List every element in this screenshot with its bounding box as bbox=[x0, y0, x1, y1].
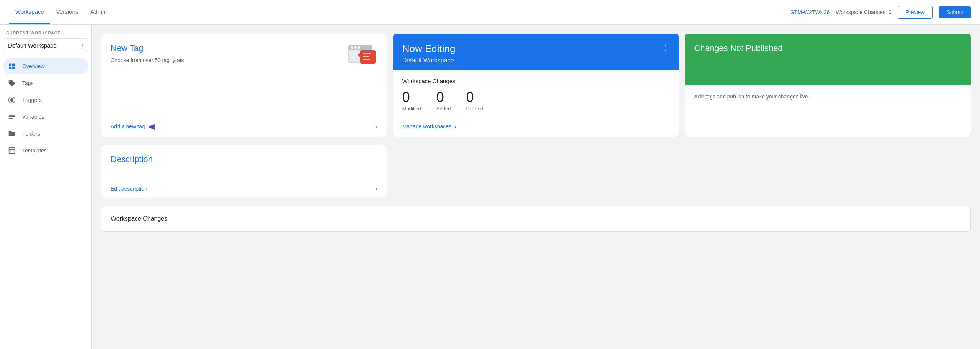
sidebar: CURRENT WORKSPACE Default Workspace › Ov… bbox=[0, 25, 92, 349]
sidebar-overview-label: Overview bbox=[22, 63, 44, 69]
added-label: Added bbox=[436, 106, 451, 111]
new-tag-card: New Tag Choose from over 50 tag types bbox=[101, 34, 387, 137]
sidebar-triggers-label: Triggers bbox=[22, 97, 42, 103]
tag-icon bbox=[8, 79, 16, 87]
svg-rect-17 bbox=[363, 53, 371, 54]
submit-button[interactable]: Submit bbox=[939, 6, 971, 18]
svg-rect-7 bbox=[9, 116, 15, 117]
new-tag-card-title: New Tag bbox=[111, 43, 184, 53]
workspace-selector-name: Default Workspace bbox=[8, 42, 56, 49]
manage-workspaces-label: Manage workspaces bbox=[402, 123, 451, 129]
sidebar-item-tags[interactable]: Tags bbox=[3, 75, 88, 91]
add-new-tag-link[interactable]: Add a new tag ◀ bbox=[111, 121, 155, 131]
add-new-tag-label: Add a new tag bbox=[111, 123, 145, 129]
now-editing-card-bottom: Workspace Changes 0 Modified 0 Added 0 D bbox=[393, 70, 679, 137]
not-published-card: Changes Not Published Add tags and publi… bbox=[685, 34, 971, 137]
overview-icon bbox=[8, 62, 16, 70]
empty-spacer bbox=[393, 145, 971, 198]
svg-rect-1 bbox=[12, 64, 15, 66]
workspace-selector[interactable]: Default Workspace › bbox=[3, 38, 88, 52]
now-editing-card: Now Editing Default Workspace ⋮ Workspac… bbox=[393, 34, 679, 137]
workspace-changes-section-title: Workspace Changes bbox=[111, 215, 961, 222]
tag-card-icon bbox=[347, 43, 377, 66]
workspace-changes-count: Workspace Changes: 0 bbox=[836, 9, 891, 15]
new-tag-card-footer: Add a new tag ◀ › bbox=[101, 116, 387, 137]
not-published-title: Changes Not Published bbox=[694, 43, 962, 54]
manage-workspaces-arrow-icon: › bbox=[454, 123, 456, 129]
modified-stat: 0 Modified bbox=[402, 90, 421, 111]
folder-icon bbox=[8, 129, 16, 138]
not-published-body: Add tags and publish to make your change… bbox=[694, 92, 962, 101]
gtm-id: GTM-W2TWK36 bbox=[790, 9, 830, 15]
manage-workspaces-link[interactable]: Manage workspaces › bbox=[402, 118, 670, 129]
deleted-label: Deleted bbox=[466, 106, 483, 111]
description-card-top: Description bbox=[101, 145, 387, 180]
description-arrow-icon: › bbox=[375, 185, 377, 192]
deleted-stat: 0 Deleted bbox=[466, 90, 483, 111]
svg-rect-8 bbox=[9, 118, 13, 119]
now-editing-subtitle: Default Workspace bbox=[402, 57, 456, 64]
variable-icon bbox=[8, 113, 16, 121]
svg-rect-9 bbox=[9, 148, 15, 154]
description-card-footer: Edit description › bbox=[101, 180, 387, 198]
nav-tab-admin[interactable]: Admin bbox=[84, 0, 113, 24]
new-tag-arrow-icon: › bbox=[375, 123, 377, 130]
not-published-bottom: Add tags and publish to make your change… bbox=[685, 85, 971, 137]
workspace-changes-section: Workspace Changes bbox=[101, 206, 971, 232]
now-editing-card-text: Now Editing Default Workspace bbox=[402, 43, 456, 64]
sidebar-item-folders[interactable]: Folders bbox=[3, 126, 88, 142]
cards-row: New Tag Choose from over 50 tag types bbox=[101, 34, 971, 137]
svg-point-14 bbox=[358, 46, 360, 49]
nav-tab-workspace[interactable]: Workspace bbox=[9, 0, 50, 24]
now-editing-title: Now Editing bbox=[402, 43, 456, 55]
svg-rect-6 bbox=[9, 115, 15, 116]
new-tag-card-content: New Tag Choose from over 50 tag types bbox=[111, 43, 184, 64]
deleted-count: 0 bbox=[466, 90, 474, 104]
nav-tab-versions[interactable]: Versions bbox=[50, 0, 85, 24]
nav-tabs: Workspace Versions Admin bbox=[9, 0, 113, 24]
now-editing-card-header: Now Editing Default Workspace ⋮ bbox=[393, 34, 679, 70]
sidebar-item-overview[interactable]: Overview bbox=[3, 58, 88, 74]
sidebar-variables-label: Variables bbox=[22, 114, 44, 120]
new-tag-card-top: New Tag Choose from over 50 tag types bbox=[101, 34, 387, 72]
sidebar-nav: Overview Tags Triggers bbox=[0, 57, 91, 160]
top-nav-right: GTM-W2TWK36 Workspace Changes: 0 Preview… bbox=[790, 6, 971, 19]
sidebar-folders-label: Folders bbox=[22, 131, 40, 137]
second-cards-row: Description Edit description › bbox=[101, 145, 971, 198]
edit-description-label: Edit description bbox=[111, 186, 147, 192]
changes-stats: 0 Modified 0 Added 0 Deleted bbox=[402, 90, 670, 111]
purple-arrow-icon: ◀ bbox=[148, 121, 155, 131]
not-published-header: Changes Not Published bbox=[685, 34, 971, 85]
trigger-icon bbox=[8, 96, 16, 104]
modified-count: 0 bbox=[402, 90, 410, 104]
svg-point-13 bbox=[354, 46, 357, 49]
sidebar-tags-label: Tags bbox=[22, 80, 34, 86]
description-title: Description bbox=[111, 154, 377, 164]
sidebar-item-variables[interactable]: Variables bbox=[3, 109, 88, 125]
template-icon bbox=[8, 146, 16, 155]
workspace-selector-arrow-icon: › bbox=[82, 42, 83, 49]
svg-rect-3 bbox=[12, 67, 15, 69]
svg-rect-0 bbox=[9, 64, 12, 66]
preview-button[interactable]: Preview bbox=[898, 6, 933, 19]
app-body: CURRENT WORKSPACE Default Workspace › Ov… bbox=[0, 25, 980, 349]
sidebar-item-triggers[interactable]: Triggers bbox=[3, 92, 88, 108]
new-tag-card-subtitle: Choose from over 50 tag types bbox=[111, 56, 184, 64]
modified-label: Modified bbox=[402, 106, 421, 111]
edit-description-link[interactable]: Edit description bbox=[111, 186, 147, 192]
description-card: Description Edit description › bbox=[101, 145, 387, 198]
svg-point-5 bbox=[10, 98, 13, 102]
added-stat: 0 Added bbox=[436, 90, 451, 111]
workspace-changes-title: Workspace Changes bbox=[402, 78, 670, 84]
svg-rect-19 bbox=[363, 59, 370, 60]
svg-rect-2 bbox=[9, 67, 12, 69]
now-editing-menu-icon[interactable]: ⋮ bbox=[662, 43, 670, 52]
top-nav: Workspace Versions Admin GTM-W2TWK36 Wor… bbox=[0, 0, 980, 25]
sidebar-item-templates[interactable]: Templates bbox=[3, 143, 88, 159]
svg-point-12 bbox=[351, 46, 353, 49]
current-workspace-label: CURRENT WORKSPACE bbox=[0, 25, 91, 38]
main-content: New Tag Choose from over 50 tag types bbox=[92, 25, 980, 349]
svg-rect-18 bbox=[363, 56, 369, 57]
sidebar-templates-label: Templates bbox=[22, 147, 47, 154]
added-count: 0 bbox=[436, 90, 444, 104]
